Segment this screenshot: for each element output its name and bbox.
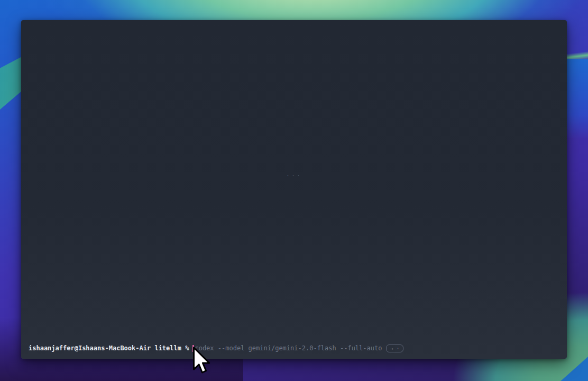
text-cursor-beam <box>192 345 194 352</box>
shell-prompt: ishaanjaffer@Ishaans-MacBook-Air litellm… <box>29 344 189 352</box>
autosuggest-accept-hint-badge: → · <box>386 344 403 352</box>
terminal-prompt-line[interactable]: ishaanjaffer@Ishaans-MacBook-Air litellm… <box>29 344 559 352</box>
command-autosuggestion: codex --model gemini/gemini-2.0-flash --… <box>195 344 382 352</box>
wallpaper-corner-blue-triangle <box>556 357 588 381</box>
terminal-window[interactable]: ··· ishaanjaffer@Ishaans-MacBook-Air lit… <box>21 20 567 359</box>
loading-ellipsis: ··· <box>286 172 302 179</box>
desktop-wallpaper: ··· ishaanjaffer@Ishaans-MacBook-Air lit… <box>0 0 588 381</box>
